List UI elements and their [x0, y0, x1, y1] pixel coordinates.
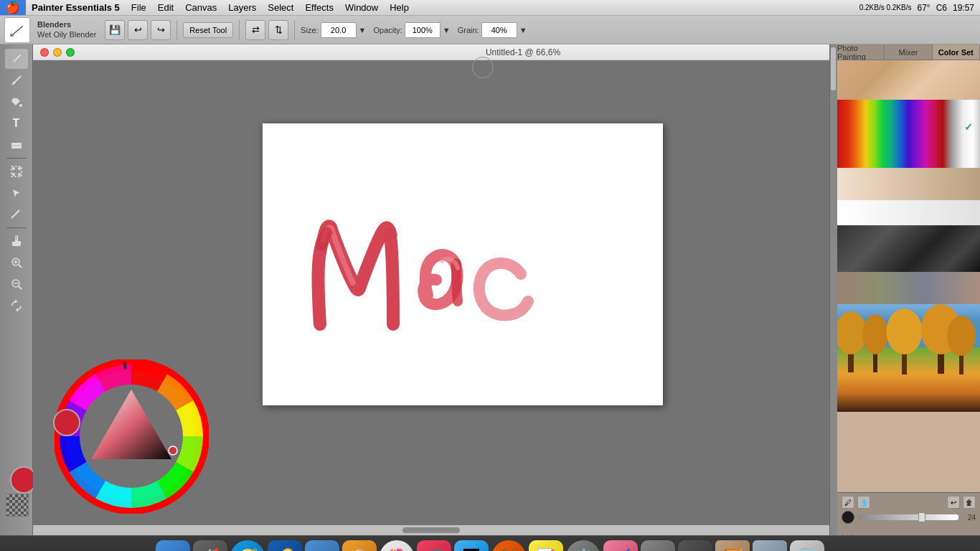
- left-toolbar: T: [0, 44, 33, 535]
- scrollbar-thumb-panel[interactable]: [831, 47, 836, 90]
- menu-file[interactable]: File: [126, 0, 152, 15]
- horizontal-scrollbar[interactable]: [33, 525, 829, 535]
- menu-edit[interactable]: Edit: [152, 0, 179, 15]
- colorset-display: ✓: [837, 60, 980, 492]
- menu-layers[interactable]: Layers: [222, 0, 262, 15]
- dock-launchpad[interactable]: 🚀: [193, 540, 227, 552]
- tool-separator: [6, 158, 27, 159]
- dock-mail[interactable]: ✉️: [305, 540, 339, 552]
- svg-point-8: [18, 167, 21, 170]
- close-button[interactable]: [40, 48, 49, 57]
- size-label: Size:: [301, 26, 318, 34]
- tab-mixer[interactable]: Mixer: [885, 44, 932, 60]
- paint-bucket-tool[interactable]: [5, 92, 28, 112]
- menu-help[interactable]: Help: [384, 0, 415, 15]
- dock: 🖥 🚀 🧭 🔑 ✉️ 📦 🌺 🎵 🅰 🦊 📝 ⚙️ 🖌️: [0, 535, 980, 551]
- redo-button[interactable]: ↪: [151, 20, 171, 40]
- colorset-beige-area: [837, 60, 980, 100]
- menu-window[interactable]: Window: [339, 0, 384, 15]
- panel-content: ✓: [837, 60, 980, 492]
- pen-tool[interactable]: [5, 70, 28, 90]
- panel-scrollbar[interactable]: [829, 44, 837, 535]
- save-button[interactable]: 💾: [105, 20, 125, 40]
- menu-canvas[interactable]: Canvas: [179, 0, 222, 15]
- mirror-y-button[interactable]: ⇅: [268, 20, 288, 40]
- dock-painter[interactable]: 🖌️: [603, 540, 638, 552]
- app-name[interactable]: Painter Essentials 5: [26, 0, 126, 15]
- mixer-brush-icon[interactable]: 🖊: [842, 496, 854, 509]
- eraser-tool[interactable]: [5, 135, 28, 155]
- clock: 19:57: [953, 3, 974, 13]
- opacity-input[interactable]: [405, 22, 440, 38]
- mixer-undo-icon[interactable]: ↩: [947, 496, 960, 509]
- colorset-dark-area: [837, 225, 980, 272]
- rotate-canvas-tool[interactable]: [5, 296, 28, 316]
- size-control: Size: ▼: [301, 22, 366, 38]
- menu-effects[interactable]: Effects: [299, 0, 339, 15]
- crop-tool[interactable]: [5, 161, 28, 182]
- svg-rect-26: [837, 347, 980, 412]
- window-controls: [40, 48, 75, 57]
- tab-photo-painting[interactable]: Photo Painting: [837, 44, 885, 60]
- dock-photo[interactable]: 🖼️: [715, 540, 750, 552]
- scrollbar-thumb[interactable]: [402, 527, 460, 533]
- colorset-white-area: [837, 200, 980, 225]
- zoom-out-tool[interactable]: [5, 274, 28, 294]
- maximize-button[interactable]: [66, 48, 75, 57]
- svg-line-18: [19, 286, 22, 289]
- panel-tabs: Photo Painting Mixer Color Set: [837, 44, 980, 60]
- selection-tool[interactable]: [5, 183, 28, 203]
- dock-safari[interactable]: 🧭: [230, 540, 265, 552]
- eyedropper-tool[interactable]: [5, 49, 28, 69]
- main-area: T: [0, 44, 980, 535]
- dock-1password[interactable]: 🔑: [268, 540, 302, 552]
- dock-notes[interactable]: 📝: [529, 540, 563, 552]
- dock-appstore[interactable]: 🅰: [454, 540, 489, 552]
- dock-photos[interactable]: 🌺: [380, 540, 414, 552]
- svg-point-23: [169, 446, 177, 455]
- text-tool[interactable]: T: [5, 113, 28, 133]
- zoom-in-tool[interactable]: [5, 253, 28, 273]
- menubar: 🍎 Painter Essentials 5 File Edit Canvas …: [0, 0, 980, 16]
- dock-firefox[interactable]: 🦊: [491, 540, 526, 552]
- menu-select[interactable]: Select: [262, 0, 299, 15]
- dock-trash[interactable]: 🗑️: [790, 540, 824, 552]
- document-canvas[interactable]: [263, 123, 663, 405]
- mixer-slider-thumb[interactable]: [918, 512, 925, 522]
- landscape-image: [837, 304, 980, 412]
- hand-tool[interactable]: [5, 231, 28, 251]
- mixer-row-dots: ...: [842, 526, 976, 539]
- minimize-button[interactable]: [53, 48, 62, 57]
- dock-filemanager[interactable]: 📂: [641, 540, 675, 552]
- mixer-row-icons: 🖊 💧 ↩ 🗑: [842, 496, 976, 509]
- opacity-control: Opacity: ▼: [373, 22, 450, 38]
- color-wheel[interactable]: [55, 359, 209, 514]
- svg-point-30: [862, 314, 888, 354]
- grain-control: Grain: ▼: [458, 22, 527, 38]
- colorset-spectrum-area: ✓: [837, 100, 980, 168]
- reset-tool-button[interactable]: Reset Tool: [183, 22, 233, 38]
- tool-icon: [4, 17, 30, 43]
- mixer-eyedrop-icon[interactable]: 💧: [857, 496, 870, 509]
- toolbar-separator: [176, 20, 177, 40]
- dock-system-prefs[interactable]: ⚙️: [566, 540, 600, 552]
- dock-music[interactable]: 🎵: [417, 540, 451, 552]
- undo-button[interactable]: ↩: [128, 20, 148, 40]
- mirror-x-button[interactable]: ⇄: [245, 20, 265, 40]
- mixer-size-slider[interactable]: [857, 514, 958, 520]
- move-tool[interactable]: [5, 204, 28, 225]
- dock-downloads[interactable]: 📁: [753, 540, 787, 552]
- mixer-trash-icon[interactable]: 🗑: [963, 496, 976, 509]
- bandwidth-indicator: 0.2KB/s 0.2KB/s: [859, 4, 912, 11]
- dock-finder[interactable]: 🖥: [156, 540, 190, 552]
- tab-color-set[interactable]: Color Set: [933, 44, 980, 60]
- dock-screenshare[interactable]: 💻: [678, 540, 712, 552]
- active-color-swatch[interactable]: [53, 409, 80, 436]
- apple-menu[interactable]: 🍎: [0, 0, 26, 15]
- grain-input[interactable]: [481, 22, 517, 38]
- dock-stuffit[interactable]: 📦: [342, 540, 377, 552]
- size-input[interactable]: [321, 22, 357, 38]
- mixer-dots: ...: [842, 526, 855, 539]
- svg-line-14: [19, 265, 22, 268]
- pattern-swatch[interactable]: [6, 494, 29, 517]
